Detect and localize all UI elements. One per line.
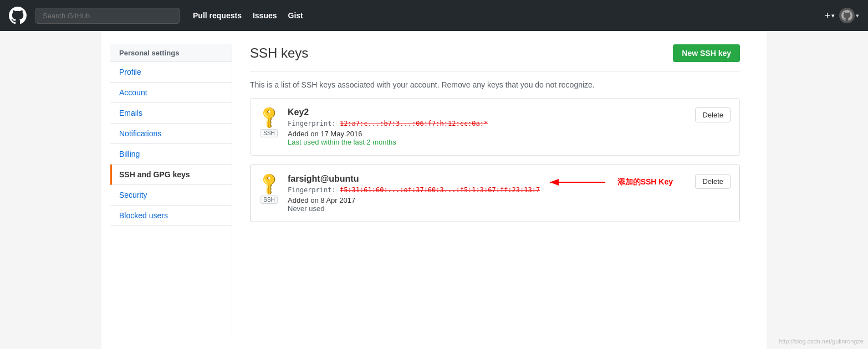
key-date-1: Added on 8 Apr 2017 [288, 196, 686, 204]
ssh-badge-0: SSH [261, 129, 278, 137]
key-usage-0: Last used within the last 2 months [288, 138, 686, 146]
key-usage-1: Never used [288, 204, 686, 213]
nav-gist[interactable]: Gist [288, 11, 303, 20]
new-item-button[interactable]: + ▾ [824, 10, 835, 22]
avatar-chevron-icon: ▾ [856, 12, 859, 19]
key-card-1: 🔑 SSH farsight@ubuntu Fingerprint: f5:31… [250, 165, 740, 222]
key-fingerprint-0: Fingerprint: 12:a7:c...:b7:3...:06:f7:h:… [288, 120, 686, 127]
delete-key-1-button[interactable]: Delete [695, 174, 731, 189]
sidebar-item-billing[interactable]: Billing [110, 144, 232, 165]
key-icon-area-1: 🔑 SSH [259, 174, 279, 204]
ssh-badge-1: SSH [261, 196, 278, 204]
key-delete-area-1: Delete [695, 174, 731, 189]
key-delete-area-0: Delete [695, 107, 731, 122]
annotation-area: 添加的SSH Key [544, 174, 673, 191]
description-text: This is a list of SSH keys associated wi… [250, 80, 740, 89]
new-ssh-key-button[interactable]: New SSH key [673, 44, 740, 62]
github-logo [9, 7, 27, 24]
chevron-down-icon: ▾ [831, 12, 835, 19]
page-title: SSH keys [250, 45, 308, 61]
header-right: + ▾ ▾ [824, 8, 859, 23]
sidebar-item-emails[interactable]: Emails [110, 103, 232, 124]
header: Pull requests Issues Gist + ▾ ▾ [0, 0, 868, 31]
key-card-0: 🔑 SSH Key2 Fingerprint: 12:a7:c...:b7:3.… [250, 98, 740, 156]
avatar-button[interactable]: ▾ [839, 8, 859, 23]
sidebar-heading: Personal settings [110, 44, 232, 62]
nav-issues[interactable]: Issues [253, 11, 277, 20]
sidebar-item-profile[interactable]: Profile [110, 62, 232, 83]
plus-icon: + [824, 10, 830, 22]
key-name-0: Key2 [288, 107, 686, 117]
key-date-0: Added on 17 May 2016 [288, 130, 686, 138]
main-header: SSH keys New SSH key [250, 44, 740, 71]
sidebar-item-account[interactable]: Account [110, 83, 232, 103]
sidebar-item-blocked-users[interactable]: Blocked users [110, 206, 232, 226]
watermark: http://blog.csdn.net/gulinrongze [779, 338, 864, 345]
avatar [839, 8, 855, 23]
sidebar-item-ssh-gpg-keys[interactable]: SSH and GPG keys [110, 165, 232, 185]
sidebar-item-notifications[interactable]: Notifications [110, 124, 232, 144]
sidebar: Personal settings Profile Account Emails… [110, 44, 232, 336]
key-icon-0: 🔑 [256, 103, 282, 130]
key-info-0: Key2 Fingerprint: 12:a7:c...:b7:3...:06:… [288, 107, 686, 146]
key-icon-area-0: 🔑 SSH [259, 107, 279, 137]
delete-key-0-button[interactable]: Delete [695, 107, 731, 122]
key-icon-1: 🔑 [256, 170, 282, 196]
search-input[interactable] [35, 8, 180, 24]
nav-pull-requests[interactable]: Pull requests [193, 11, 242, 20]
annotation-label: 添加的SSH Key [617, 177, 673, 187]
sidebar-item-security[interactable]: Security [110, 185, 232, 206]
main-content: SSH keys New SSH key This is a list of S… [232, 44, 758, 336]
page-body: Personal settings Profile Account Emails… [101, 31, 767, 349]
main-nav: Pull requests Issues Gist [193, 11, 303, 20]
red-arrow-icon [544, 174, 611, 191]
